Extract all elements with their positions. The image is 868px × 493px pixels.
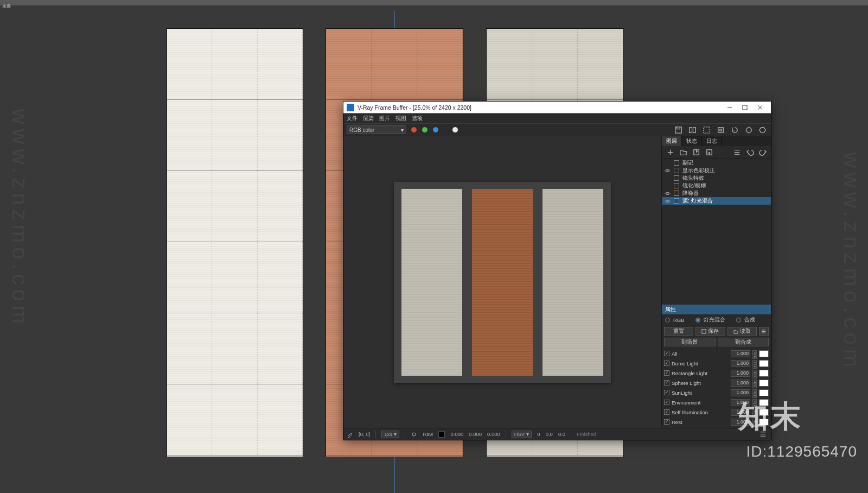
minimize-button[interactable] (722, 103, 737, 112)
eye-icon[interactable] (664, 182, 671, 189)
menu-file[interactable]: 文件 (347, 115, 358, 122)
texture-panel-white[interactable] (167, 28, 303, 457)
radio-lightmix[interactable] (695, 318, 700, 323)
add-layer-icon[interactable] (665, 148, 675, 157)
light-name: Dome Light (672, 361, 729, 366)
mode-radio-row: RGB 灯光混合 合成 (662, 314, 771, 326)
link-icon[interactable] (411, 431, 417, 438)
reset-button[interactable]: 重置 (664, 327, 693, 336)
channel-selector[interactable]: RGB color ▾ (347, 125, 406, 134)
light-enable-checkbox[interactable] (664, 409, 669, 415)
radio-rgb[interactable] (665, 318, 670, 323)
light-name: Rest (672, 419, 729, 425)
light-color-swatch[interactable] (759, 409, 769, 416)
chevron-down-icon: ▾ (401, 127, 404, 133)
raw-swatch (438, 431, 445, 438)
to-scene-button[interactable]: 到场景 (664, 338, 716, 346)
save-image-icon[interactable] (673, 125, 683, 135)
hamburger-icon[interactable] (758, 429, 768, 439)
maximize-button[interactable] (737, 103, 752, 112)
light-color-swatch[interactable] (759, 350, 769, 357)
light-enable-checkbox[interactable] (664, 390, 669, 395)
top-menu-hint: 未保 (0, 4, 11, 9)
channel-blue-button[interactable] (432, 127, 439, 133)
menu-image[interactable]: 图片 (379, 115, 390, 122)
spinner[interactable]: ▴▾ (752, 419, 757, 426)
layer-row[interactable]: 锐化/模糊 (662, 182, 771, 189)
redo-icon[interactable] (758, 148, 768, 157)
eye-icon[interactable] (664, 167, 671, 174)
light-enable-checkbox[interactable] (664, 400, 669, 405)
layer-row-selected[interactable]: 源: 灯光混合 (662, 197, 771, 205)
light-intensity-input[interactable]: 1.000 (731, 419, 750, 426)
render-last-icon[interactable] (730, 125, 739, 135)
light-intensity-input[interactable]: 1.000 (731, 370, 750, 377)
close-button[interactable] (752, 103, 768, 112)
svg-point-9 (719, 129, 722, 131)
light-color-swatch[interactable] (759, 389, 769, 396)
menu-options[interactable]: 选项 (412, 115, 423, 122)
light-enable-checkbox[interactable] (664, 380, 669, 385)
picker-icon[interactable] (347, 431, 353, 438)
channel-mono-button[interactable] (452, 127, 458, 133)
light-enable-checkbox[interactable] (664, 351, 669, 356)
layer-row[interactable]: 显示色彩校正 (662, 167, 771, 174)
light-intensity-input[interactable]: 1.000 (731, 360, 750, 367)
load-preset-icon[interactable] (704, 148, 714, 157)
spinner[interactable]: ▴▾ (752, 370, 757, 377)
list-icon[interactable] (732, 148, 742, 157)
load-button[interactable]: 读取 (727, 327, 757, 336)
tab-log[interactable]: 日志 (702, 136, 722, 146)
save-button[interactable]: 保存 (695, 327, 725, 336)
light-color-swatch[interactable] (759, 370, 769, 377)
track-mouse-icon[interactable] (716, 125, 725, 135)
light-enable-checkbox[interactable] (664, 361, 669, 366)
spinner[interactable]: ▴▾ (752, 350, 757, 357)
layer-row[interactable]: 副记 (662, 159, 771, 167)
region-render-icon[interactable] (701, 125, 711, 135)
spinner[interactable]: ▴▾ (752, 360, 757, 367)
light-intensity-input[interactable]: 1.000 (731, 389, 750, 396)
light-color-swatch[interactable] (759, 360, 769, 367)
spinner[interactable]: ▴▾ (752, 380, 757, 387)
ipr-icon[interactable] (744, 125, 754, 135)
options-button[interactable] (759, 327, 769, 336)
spinner[interactable]: ▴▾ (752, 399, 757, 406)
tab-layers[interactable]: 图层 (662, 136, 682, 146)
save-preset-icon[interactable] (691, 148, 701, 157)
window-titlebar[interactable]: V-Ray Frame Buffer - [25.0% of 2420 x 22… (343, 102, 771, 113)
spinner[interactable]: ▴▾ (752, 389, 757, 396)
eye-icon[interactable] (664, 198, 671, 204)
light-intensity-input[interactable]: 1.000 (731, 380, 750, 387)
spinner[interactable]: ▴▾ (752, 409, 757, 416)
radio-composite[interactable] (736, 318, 741, 323)
eye-icon[interactable] (664, 175, 671, 181)
light-color-swatch[interactable] (759, 399, 769, 406)
render-viewport[interactable] (343, 136, 661, 428)
zoom-selector[interactable]: 1x1▾ (381, 431, 399, 438)
layer-row[interactable]: 降噪器 (662, 189, 771, 197)
light-enable-checkbox[interactable] (664, 419, 669, 425)
svg-rect-4 (675, 127, 681, 132)
tab-status[interactable]: 状态 (682, 136, 702, 146)
light-intensity-input[interactable]: 1.000 (731, 409, 750, 416)
light-color-swatch[interactable] (759, 380, 769, 387)
eye-icon[interactable] (664, 160, 671, 166)
eye-icon[interactable] (664, 190, 671, 197)
render-icon[interactable] (758, 125, 768, 135)
layer-row[interactable]: 镜头特效 (662, 174, 771, 182)
history-icon[interactable] (687, 125, 697, 135)
light-intensity-input[interactable]: 1.000 (731, 350, 750, 357)
light-enable-checkbox[interactable] (664, 370, 669, 376)
light-intensity-input[interactable]: 1.000 (731, 399, 750, 406)
hsv-v: 0.0 (558, 431, 565, 437)
folder-icon[interactable] (678, 148, 688, 157)
to-composite-button[interactable]: 到合成 (718, 338, 769, 346)
menu-view[interactable]: 视图 (395, 115, 406, 122)
hsv-selector[interactable]: HSV▾ (512, 431, 532, 438)
undo-icon[interactable] (745, 148, 755, 157)
channel-red-button[interactable] (411, 127, 417, 133)
channel-green-button[interactable] (422, 127, 428, 133)
menu-render[interactable]: 渲染 (363, 115, 374, 122)
light-color-swatch[interactable] (759, 419, 769, 426)
